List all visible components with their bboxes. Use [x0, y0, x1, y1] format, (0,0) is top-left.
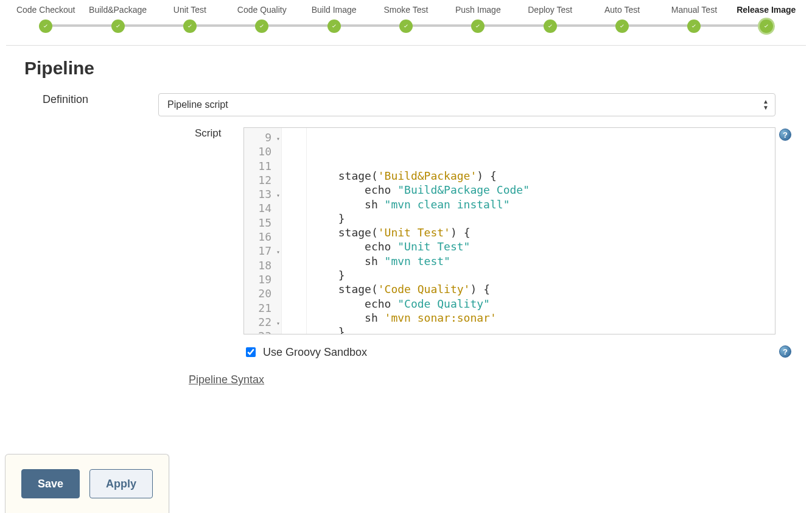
stage-item[interactable]: Auto Test [586, 5, 658, 33]
pipeline-section: Pipeline Definition Pipeline script ▲▼ S… [0, 46, 812, 392]
stage-label: Smoke Test [384, 5, 429, 15]
stage-item[interactable]: Push Image [442, 5, 514, 33]
definition-value: Pipeline script [167, 99, 228, 110]
stage-label: Code Quality [237, 5, 287, 15]
stage-label: Code Checkout [16, 5, 75, 15]
check-icon [183, 19, 197, 33]
stage-item[interactable]: Manual Test [658, 5, 730, 33]
stage-item[interactable]: Unit Test [154, 5, 226, 33]
definition-select[interactable]: Pipeline script ▲▼ [158, 93, 775, 116]
stage-item[interactable]: Smoke Test [370, 5, 442, 33]
pipeline-syntax-link[interactable]: Pipeline Syntax [189, 373, 264, 386]
check-icon [471, 19, 485, 33]
help-icon[interactable]: ? [779, 345, 791, 358]
script-row: Script ? 91011121314151617181920212223 s… [18, 127, 794, 334]
chevron-updown-icon: ▲▼ [763, 99, 769, 111]
check-icon [111, 19, 125, 33]
sandbox-row: Use Groovy Sandbox ? [243, 345, 794, 359]
stage-label: Unit Test [173, 5, 206, 15]
help-icon[interactable]: ? [779, 129, 791, 141]
definition-row: Definition Pipeline script ▲▼ [18, 93, 794, 116]
stage-label: Manual Test [671, 5, 717, 15]
stage-label: Auto Test [604, 5, 640, 15]
check-icon [327, 19, 341, 33]
definition-label: Definition [18, 93, 158, 116]
stage-label: Deploy Test [528, 5, 572, 15]
check-icon [544, 19, 557, 33]
script-label: Script [18, 127, 243, 334]
stage-item[interactable]: Build&Package [82, 5, 153, 33]
stage-label: Build Image [312, 5, 357, 15]
stage-item[interactable]: Deploy Test [514, 5, 586, 33]
stage-item[interactable]: Code Quality [226, 5, 298, 33]
action-buttons: Save Apply [5, 454, 169, 513]
check-icon [255, 19, 268, 33]
sandbox-checkbox[interactable] [246, 347, 256, 357]
editor-gutter: 91011121314151617181920212223 [244, 128, 282, 334]
check-icon [39, 19, 52, 33]
stage-item[interactable]: Release Image [730, 5, 802, 33]
script-editor[interactable]: 91011121314151617181920212223 stage('Bui… [243, 127, 775, 334]
check-icon [615, 19, 629, 33]
check-icon [760, 19, 773, 33]
stage-item[interactable]: Build Image [298, 5, 369, 33]
section-title: Pipeline [24, 58, 794, 79]
stage-label: Build&Package [89, 5, 147, 15]
stage-label: Push Image [455, 5, 501, 15]
check-icon [399, 19, 413, 33]
check-icon [687, 19, 701, 33]
stage-item[interactable]: Code Checkout [10, 5, 82, 33]
apply-button[interactable]: Apply [89, 469, 153, 498]
pipeline-stages: Code CheckoutBuild&PackageUnit TestCode … [0, 0, 812, 45]
sandbox-label: Use Groovy Sandbox [263, 346, 367, 359]
stage-label: Release Image [737, 5, 796, 15]
save-button[interactable]: Save [21, 469, 80, 498]
editor-code[interactable]: stage('Build&Package') { echo "Build&Pac… [282, 128, 775, 334]
